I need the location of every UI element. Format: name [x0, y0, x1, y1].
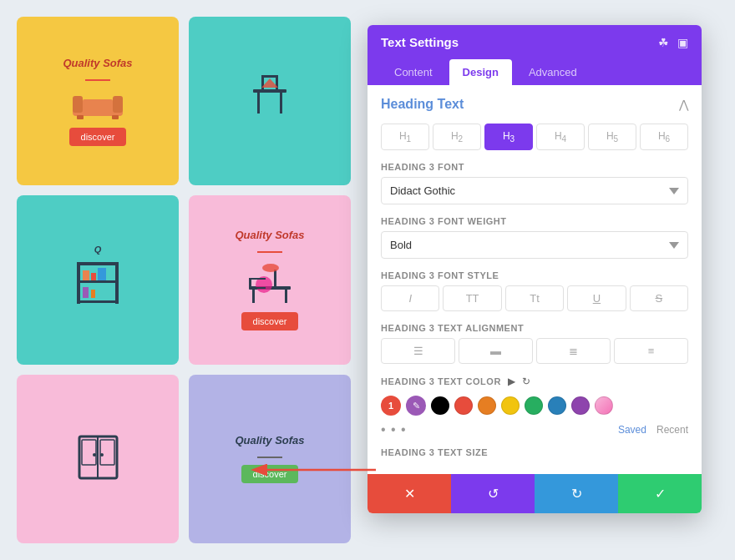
modal-header: Text Settings ☘ ▣ — [368, 25, 702, 59]
more-colors-btn[interactable]: • • • — [381, 422, 407, 437]
color-yellow[interactable] — [501, 396, 520, 415]
svg-rect-21 — [98, 268, 106, 280]
size-label: Heading 3 Text Size — [381, 447, 688, 457]
modal-tabs: Content Design Advanced — [368, 59, 702, 85]
tab-design[interactable]: Design — [449, 59, 512, 85]
svg-rect-25 — [252, 290, 255, 303]
h1-btn[interactable]: H1 — [381, 124, 429, 150]
svg-rect-22 — [83, 287, 89, 298]
card-1-underline — [85, 79, 110, 81]
svg-rect-32 — [249, 287, 266, 289]
columns-icon[interactable]: ▣ — [677, 36, 688, 49]
svg-rect-23 — [91, 290, 95, 298]
saved-btn[interactable]: Saved — [618, 424, 646, 436]
cursor-icon: ▶ — [508, 376, 515, 387]
card-4: Quality Sofas discover — [189, 195, 351, 364]
card-4-discover-btn[interactable]: discover — [241, 312, 299, 330]
section-header: Heading Text ⋀ — [381, 97, 688, 112]
svg-rect-10 — [261, 75, 264, 90]
saved-recent: Saved Recent — [618, 424, 688, 436]
svg-rect-19 — [83, 270, 89, 280]
svg-rect-27 — [274, 270, 276, 286]
color-row: Heading 3 Text Color ▶ ↻ — [381, 376, 688, 387]
desk-lamp-icon — [241, 260, 299, 305]
align-left-btn[interactable]: ☰ — [381, 338, 455, 364]
h3-btn[interactable]: H3 — [484, 124, 533, 150]
h4-btn[interactable]: H4 — [536, 124, 585, 150]
card-5 — [17, 375, 179, 543]
align-center-btn[interactable]: ▬ — [459, 338, 533, 364]
size-field: Heading 3 Text Size — [381, 447, 688, 457]
align-buttons: ☰ ▬ ≣ ≡ — [381, 338, 688, 364]
color-actions: • • • Saved Recent — [381, 422, 688, 437]
color-black[interactable] — [431, 396, 449, 415]
svg-rect-17 — [77, 280, 119, 283]
svg-rect-4 — [77, 115, 84, 119]
svg-rect-26 — [285, 290, 287, 303]
card-2 — [189, 17, 351, 185]
svg-point-28 — [262, 264, 279, 272]
svg-rect-8 — [280, 93, 282, 114]
uppercase-btn[interactable]: TT — [443, 285, 501, 311]
color-palette: 1 ✎ — [381, 396, 688, 416]
style-buttons: I TT Tt U S — [381, 285, 688, 311]
weight-label: Heading 3 Font Weight — [381, 216, 688, 226]
section-title: Heading Text — [381, 97, 464, 112]
card-6-title: Quality Sofas — [235, 434, 304, 446]
svg-rect-5 — [112, 115, 119, 119]
color-orange[interactable] — [478, 396, 496, 415]
card-6-header: Quality Sofas — [235, 434, 304, 453]
svg-rect-1 — [73, 96, 83, 113]
strikethrough-btn[interactable]: S — [630, 285, 688, 311]
card-3-title: Q — [94, 245, 102, 255]
italic-btn[interactable]: I — [381, 285, 439, 311]
tab-advanced[interactable]: Advanced — [515, 59, 591, 85]
color-blue[interactable] — [548, 396, 566, 415]
style-field: Heading 3 Font Style I TT Tt U S — [381, 270, 688, 311]
color-purple[interactable] — [571, 396, 590, 415]
svg-rect-7 — [257, 93, 260, 114]
text-settings-modal: Text Settings ☘ ▣ Content Design Advance… — [368, 25, 702, 513]
font-label: Heading 3 Font — [381, 162, 688, 172]
underline-btn[interactable]: U — [567, 285, 626, 311]
modal-footer: ✕ ↺ ↻ ✓ — [368, 474, 702, 513]
h2-btn[interactable]: H2 — [433, 124, 481, 150]
card-1-discover-btn[interactable]: discover — [69, 128, 127, 146]
modal-title: Text Settings — [381, 35, 459, 49]
color-reset-icon[interactable]: ↻ — [522, 376, 530, 387]
wardrobe-icon — [67, 428, 129, 482]
style-label: Heading 3 Font Style — [381, 270, 688, 280]
svg-rect-36 — [100, 440, 114, 465]
confirm-button[interactable]: ✓ — [618, 474, 702, 513]
heading-buttons: H1 H2 H3 H4 H5 H6 — [381, 124, 688, 150]
recent-btn[interactable]: Recent — [656, 424, 688, 436]
svg-rect-18 — [77, 300, 119, 303]
tab-content[interactable]: Content — [381, 59, 446, 85]
align-field: Heading 3 Text Alignment ☰ ▬ ≣ ≡ — [381, 323, 688, 364]
align-label: Heading 3 Text Alignment — [381, 323, 688, 333]
weight-select[interactable]: Bold Regular Light Thin — [381, 231, 688, 259]
svg-rect-11 — [276, 75, 278, 90]
color-green[interactable] — [525, 396, 543, 415]
align-justify-btn[interactable]: ≡ — [614, 338, 688, 364]
color-gradient[interactable] — [595, 396, 613, 415]
card-4-underline — [257, 251, 282, 253]
color-numbered-btn[interactable]: 1 — [381, 396, 401, 416]
h6-btn[interactable]: H6 — [640, 124, 688, 150]
chevron-up-icon[interactable]: ⋀ — [679, 98, 688, 111]
redo-button[interactable]: ↻ — [535, 474, 618, 513]
svg-rect-2 — [113, 96, 123, 113]
reset-button[interactable]: ↺ — [451, 474, 535, 513]
color-red[interactable] — [454, 396, 473, 415]
h5-btn[interactable]: H5 — [588, 124, 636, 150]
magic-wand-icon[interactable]: ☘ — [658, 36, 669, 49]
card-1: Quality Sofas discover — [17, 17, 179, 185]
svg-rect-16 — [77, 262, 119, 265]
svg-rect-3 — [83, 99, 113, 109]
svg-rect-12 — [260, 89, 280, 92]
font-select[interactable]: Didact Gothic Open Sans Roboto Lato — [381, 177, 688, 204]
card-4-title: Quality Sofas — [235, 229, 304, 241]
color-pencil-btn[interactable]: ✎ — [406, 396, 426, 416]
capitalize-btn[interactable]: Tt — [505, 285, 564, 311]
align-right-btn[interactable]: ≣ — [536, 338, 611, 364]
